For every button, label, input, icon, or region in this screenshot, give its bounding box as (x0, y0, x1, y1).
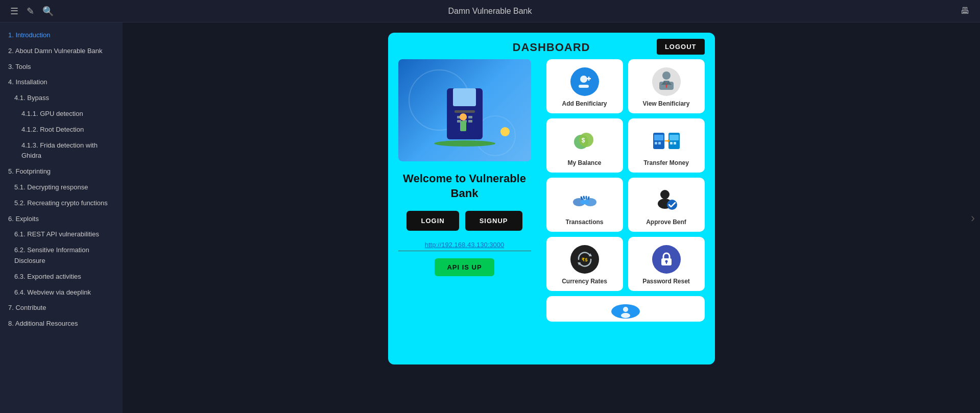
sidebar-item-bypass[interactable]: 4.1. Bypass (0, 90, 123, 106)
svg-rect-38 (666, 262, 667, 264)
card-transfer-money-label: Transfer Money (643, 159, 689, 166)
card-transactions[interactable]: Transactions (546, 178, 623, 232)
svg-line-24 (581, 197, 582, 199)
login-button[interactable]: LOGIN (407, 211, 459, 231)
phone-body: Welcome to Vulnerable Bank LOGIN SIGNUP … (388, 59, 715, 332)
search-icon[interactable]: 🔍 (42, 6, 54, 17)
sidebar-item-gpu[interactable]: 4.1.1. GPU detection (0, 106, 123, 122)
atm-screen (453, 88, 476, 106)
card-currency-rates-label: Currency Rates (562, 278, 607, 285)
svg-rect-14 (658, 142, 661, 144)
api-status-badge: API IS UP (435, 258, 494, 276)
logout-button[interactable]: LOGOUT (657, 39, 705, 55)
add-beneficiary-icon (570, 67, 599, 96)
sidebar-item-intro[interactable]: 1. Introduction (0, 28, 123, 43)
person-figure (460, 113, 467, 131)
url-input[interactable] (398, 239, 531, 251)
svg-text:$: $ (581, 137, 585, 144)
topbar-right: 🖶 (961, 6, 970, 16)
svg-rect-16 (670, 135, 679, 140)
dashboard-title: DASHBOARD (513, 41, 590, 54)
sidebar-item-rest[interactable]: 6.1. REST API vulnerabilities (0, 227, 123, 242)
sidebar-item-exported[interactable]: 6.3. Exported activities (0, 269, 123, 285)
card-my-balance[interactable]: $ My Balance (546, 118, 623, 173)
svg-rect-18 (674, 142, 676, 144)
transactions-icon (570, 186, 599, 214)
view-beneficiary-icon (652, 67, 681, 96)
card-my-balance-label: My Balance (567, 159, 601, 166)
svg-point-40 (623, 307, 628, 312)
edit-icon[interactable]: ✎ (27, 6, 34, 17)
transfer-money-icon (652, 127, 681, 155)
svg-point-28 (660, 190, 670, 199)
atm-key (468, 120, 472, 123)
sidebar: 1. Introduction 2. About Damn Vulnerable… (0, 22, 123, 413)
sidebar-item-decrypt[interactable]: 5.1. Decrypting response (0, 180, 123, 196)
phone-mockup: DASHBOARD LOGOUT (388, 33, 715, 365)
my-balance-icon: $ (570, 127, 599, 155)
sidebar-item-frida[interactable]: 4.1.3. Frida detection with Ghidra (0, 138, 123, 164)
card-password-reset[interactable]: Password Reset (628, 237, 705, 291)
svg-rect-1 (579, 85, 589, 88)
card-view-beneficiary[interactable]: View Benificiary (628, 59, 705, 113)
person-body (460, 121, 466, 131)
content-area: DASHBOARD LOGOUT (123, 22, 980, 413)
partial-card[interactable] (546, 296, 705, 322)
btn-row: LOGIN SIGNUP (398, 211, 531, 231)
card-view-beneficiary-label: View Benificiary (643, 100, 690, 107)
dashboard-header: DASHBOARD LOGOUT (388, 33, 715, 59)
card-transactions-label: Transactions (565, 218, 603, 226)
app-title: Damn Vulnerable Bank (448, 7, 532, 16)
svg-line-25 (584, 197, 584, 199)
sidebar-item-sensitive[interactable]: 6.2. Sensitive Information Disclosure (0, 242, 123, 269)
person-head (460, 113, 467, 120)
sidebar-item-install[interactable]: 4. Installation (0, 75, 123, 90)
coin (500, 127, 510, 136)
welcome-text: Welcome to Vulnerable Bank (398, 172, 531, 201)
card-transfer-money[interactable]: Transfer Money (628, 118, 705, 173)
sidebar-item-tools[interactable]: 3. Tools (0, 59, 123, 75)
atm-ground (434, 140, 495, 147)
menu-icon[interactable]: ☰ (10, 6, 18, 17)
svg-rect-17 (670, 142, 673, 144)
svg-point-41 (621, 313, 630, 318)
atm-key (468, 116, 472, 118)
sidebar-item-exploits[interactable]: 6. Exploits (0, 211, 123, 227)
password-reset-icon (652, 245, 681, 274)
card-approve-benf[interactable]: Approve Benf (628, 178, 705, 232)
phone-right: Add Benificiary (541, 59, 715, 332)
card-approve-benf-label: Approve Benf (646, 218, 686, 226)
topbar-icons: ☰ ✎ 🔍 (10, 6, 54, 17)
svg-point-4 (662, 71, 671, 80)
svg-point-0 (580, 76, 587, 83)
sidebar-item-resources[interactable]: 8. Additional Resources (0, 316, 123, 332)
sidebar-item-about[interactable]: 2. About Damn Vulnerable Bank (0, 43, 123, 59)
sidebar-item-footprint[interactable]: 5. Footprinting (0, 164, 123, 180)
svg-text:₹$: ₹$ (582, 257, 587, 262)
sidebar-item-root[interactable]: 4.1.2. Root Detection (0, 122, 123, 138)
currency-rates-icon: ₹$ (570, 245, 599, 274)
topbar: ☰ ✎ 🔍 Damn Vulnerable Bank 🖶 (0, 0, 980, 22)
sidebar-item-webview[interactable]: 6.4. Webview via deeplink (0, 285, 123, 301)
card-password-reset-label: Password Reset (642, 278, 690, 285)
card-add-beneficiary-label: Add Benificiary (562, 100, 607, 107)
svg-rect-13 (655, 142, 657, 144)
card-add-beneficiary[interactable]: Add Benificiary (546, 59, 623, 113)
approve-benf-icon (652, 186, 681, 214)
chevron-right-icon[interactable]: › (971, 211, 975, 225)
dashboard-grid: Add Benificiary (546, 59, 705, 291)
svg-rect-12 (654, 135, 663, 140)
svg-rect-23 (580, 200, 589, 204)
card-currency-rates[interactable]: ₹$ Currency Rates (546, 237, 623, 291)
signup-button[interactable]: SIGNUP (465, 211, 522, 231)
atm-card-slot (455, 110, 475, 113)
print-icon[interactable]: 🖶 (961, 6, 970, 16)
svg-line-27 (588, 197, 589, 199)
sidebar-item-contribute[interactable]: 7. Contribute (0, 300, 123, 316)
main-layout: 1. Introduction 2. About Damn Vulnerable… (0, 22, 980, 413)
partial-card-icon (611, 304, 640, 319)
sidebar-item-crypto[interactable]: 5.2. Recreating crypto functions (0, 196, 123, 211)
atm-illustration (398, 59, 531, 161)
phone-left: Welcome to Vulnerable Bank LOGIN SIGNUP … (388, 59, 541, 332)
